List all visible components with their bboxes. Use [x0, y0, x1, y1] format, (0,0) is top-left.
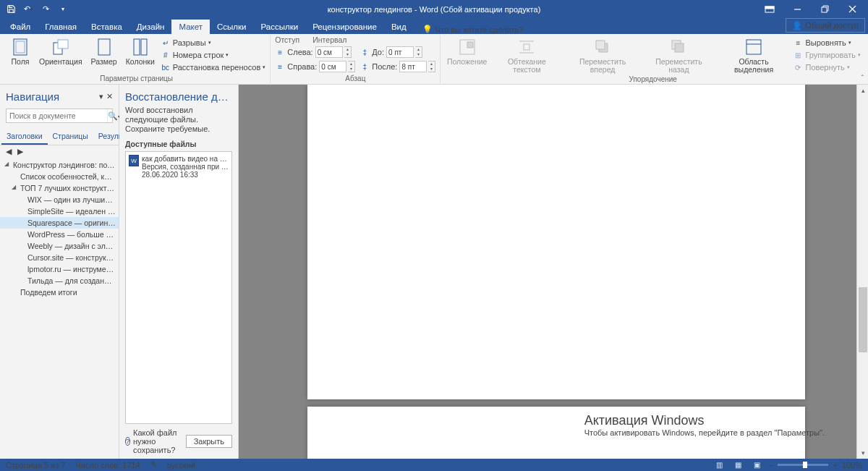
zoom-in-icon[interactable]: + — [833, 461, 837, 470]
indent-right-spinner[interactable]: ▴▾ — [348, 61, 355, 72]
scroll-thumb[interactable] — [859, 287, 867, 352]
svg-rect-9 — [58, 40, 68, 48]
margins-button[interactable]: Поля — [7, 35, 33, 67]
status-lang[interactable]: русский — [167, 461, 195, 470]
nav-dropdown-icon[interactable]: ▾ — [99, 92, 103, 101]
recover-help[interactable]: ?Какой файл нужно сохранить? — [125, 428, 186, 454]
tab-file[interactable]: Файл — [3, 20, 38, 34]
undo-icon[interactable]: ↶▾ — [20, 1, 36, 17]
recover-item[interactable]: W как добавить видео на ютуб к... Версия… — [127, 153, 230, 180]
hyphenation-button[interactable]: bcРасстановка переносов ▾ — [161, 61, 265, 73]
zoom-level[interactable]: 100% — [842, 461, 862, 470]
view-read-icon[interactable]: ▥ — [712, 460, 727, 470]
wrap-button[interactable]: Обтекание текстом — [492, 35, 562, 75]
recover-close-button[interactable]: Закрыть — [186, 435, 232, 448]
page-previous[interactable] — [307, 85, 805, 399]
linenum-label: Номера строк — [173, 51, 224, 59]
nav-prev-icon[interactable]: ◀ — [6, 147, 12, 156]
vertical-scrollbar[interactable]: ▴ ▾ — [856, 85, 868, 459]
align-button[interactable]: ≡Выровнять ▾ — [793, 37, 861, 48]
minimize-icon[interactable] — [784, 1, 810, 17]
tab-home[interactable]: Главная — [38, 20, 84, 34]
close-icon[interactable] — [839, 1, 865, 17]
spellcheck-icon[interactable]: ✎ — [150, 460, 157, 470]
save-icon[interactable] — [3, 1, 19, 17]
hyphen-label: Расстановка переносов — [173, 63, 260, 72]
tab-review[interactable]: Рецензирование — [305, 20, 384, 34]
view-web-icon[interactable]: ▣ — [750, 460, 765, 470]
collapse-ribbon-icon[interactable]: ˆ — [861, 75, 864, 82]
breaks-button[interactable]: ↵Разрывы ▾ — [161, 37, 265, 48]
scroll-up-icon[interactable]: ▴ — [857, 85, 868, 96]
tree-item[interactable]: ◢ТОП 7 лучших конструкторов д... — [0, 182, 119, 194]
tree-item[interactable]: Тильда — для создания адап... — [0, 275, 119, 287]
zoom-handle[interactable] — [803, 462, 807, 468]
forward-button[interactable]: Переместить вперед — [565, 35, 640, 75]
tree-item[interactable]: Cursor.site — конструктор на... — [0, 252, 119, 263]
tab-references[interactable]: Ссылки — [210, 20, 254, 34]
tree-item[interactable]: Squarespace — оригинальны... — [0, 217, 119, 229]
nav-search[interactable]: 🔍▾ — [6, 109, 113, 123]
group-page-setup: Поля Ориентация Размер Колонки ↵Разрывы … — [3, 35, 271, 83]
align-icon: ≡ — [793, 38, 803, 48]
tab-design[interactable]: Дизайн — [129, 20, 172, 34]
page-current[interactable]: WordPress — больше чем конструктор сайто… — [307, 407, 805, 459]
tree-item[interactable]: lpmotor.ru — инструмент со... — [0, 263, 119, 275]
tab-insert[interactable]: Вставка — [84, 20, 129, 34]
tree-item[interactable]: WIX — один из лучших с ши... — [0, 194, 119, 205]
tree-item[interactable]: Подведем итоги — [0, 287, 119, 298]
navigation-pane: Навигация ▾✕ 🔍▾ Заголовки Страницы Резул… — [0, 85, 119, 459]
zoom-out-icon[interactable]: − — [769, 461, 773, 470]
space-before-input[interactable] — [386, 46, 414, 58]
tab-view[interactable]: Вид — [384, 20, 414, 34]
group-paragraph: Отступ Интервал ≡Слева:▴▾ ≡Справа:▴▾ ‡До… — [271, 35, 441, 83]
indent-right-input[interactable] — [319, 61, 346, 72]
tell-me-label: Что вы хотите сделать? — [435, 25, 524, 34]
orientation-button[interactable]: Ориентация — [36, 35, 85, 67]
redo-icon[interactable]: ↷ — [38, 1, 54, 17]
restore-icon[interactable] — [812, 1, 838, 17]
line-numbers-button[interactable]: #Номера строк ▾ — [161, 49, 265, 61]
zoom-slider[interactable] — [778, 464, 828, 466]
tell-me-search[interactable]: 💡Что вы хотите сделать? — [422, 25, 524, 34]
rotate-button[interactable]: ⟳Повернуть ▾ — [793, 61, 861, 73]
ribbon: Поля Ориентация Размер Колонки ↵Разрывы … — [0, 34, 868, 85]
nav-next-icon[interactable]: ▶ — [17, 147, 23, 156]
breaks-icon: ↵ — [161, 38, 171, 48]
tree-item[interactable]: Weebly — дизайн с элемента... — [0, 240, 119, 252]
tree-item[interactable]: SimpleSite — идеален для но... — [0, 205, 119, 217]
space-before-spinner[interactable]: ▴▾ — [415, 46, 422, 58]
columns-button[interactable]: Колонки — [123, 35, 158, 67]
status-page[interactable]: Страница 5 из 7 — [6, 461, 65, 470]
size-button[interactable]: Размер — [88, 35, 120, 67]
scroll-down-icon[interactable]: ▾ — [857, 447, 868, 459]
view-print-icon[interactable]: ▦ — [731, 460, 746, 470]
nav-tab-pages[interactable]: Страницы — [48, 129, 93, 145]
svg-rect-12 — [141, 39, 147, 55]
space-after-input[interactable] — [399, 61, 427, 72]
nav-tab-headings[interactable]: Заголовки — [1, 129, 48, 145]
tree-item[interactable]: WordPress — больше чем ко... — [0, 229, 119, 240]
tab-mailings[interactable]: Рассылки — [254, 20, 306, 34]
group-objects-button[interactable]: ⊞Группировать ▾ — [793, 49, 861, 61]
qat-customize-icon[interactable]: ▾ — [55, 1, 71, 17]
indent-left-spinner[interactable]: ▴▾ — [344, 46, 352, 58]
ribbon-options-icon[interactable] — [757, 1, 783, 17]
nav-search-input[interactable] — [7, 109, 107, 122]
nav-close-icon[interactable]: ✕ — [106, 92, 113, 101]
recover-title: Восстановление докуме... — [125, 90, 232, 103]
tree-item[interactable]: Список особенностей, которые... — [0, 171, 119, 182]
indent-left-input[interactable] — [315, 46, 343, 58]
search-icon[interactable]: 🔍▾ — [107, 109, 120, 122]
selection-pane-button[interactable]: Область выделения — [718, 35, 791, 75]
hyphen-icon: bc — [161, 62, 171, 72]
position-button[interactable]: Положение — [445, 35, 488, 67]
tree-item[interactable]: ◢Конструктор лэндингов: подборка... — [0, 159, 119, 171]
back-button[interactable]: Переместить назад — [643, 35, 714, 75]
status-words[interactable]: Число слов: 1714 — [75, 461, 140, 470]
share-button[interactable]: 👤Общий доступ — [786, 18, 865, 33]
document-area[interactable]: WordPress — больше чем конструктор сайто… — [239, 85, 868, 459]
tab-layout[interactable]: Макет — [171, 20, 210, 34]
space-after-spinner[interactable]: ▴▾ — [428, 61, 435, 72]
svg-rect-7 — [16, 41, 25, 53]
